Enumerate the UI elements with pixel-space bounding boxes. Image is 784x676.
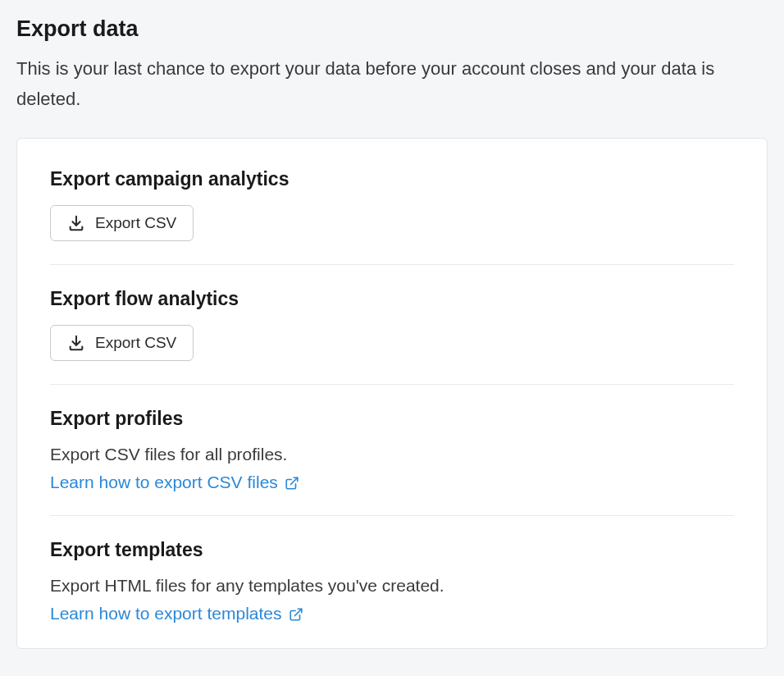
section-campaign-analytics: Export campaign analytics Export CSV bbox=[50, 168, 734, 265]
svg-line-0 bbox=[290, 477, 297, 484]
export-campaign-csv-button[interactable]: Export CSV bbox=[50, 205, 194, 241]
section-desc-templates: Export HTML files for any templates you'… bbox=[50, 576, 734, 596]
export-button-label: Export CSV bbox=[95, 214, 176, 232]
export-flow-csv-button[interactable]: Export CSV bbox=[50, 325, 194, 361]
external-link-icon bbox=[289, 606, 303, 621]
section-profiles: Export profiles Export CSV files for all… bbox=[50, 408, 734, 516]
section-flow-analytics: Export flow analytics Export CSV bbox=[50, 288, 734, 385]
section-title-campaign: Export campaign analytics bbox=[50, 168, 734, 190]
section-templates: Export templates Export HTML files for a… bbox=[50, 539, 734, 623]
download-icon bbox=[67, 334, 85, 352]
link-label: Learn how to export templates bbox=[50, 604, 282, 623]
external-link-icon bbox=[285, 475, 299, 490]
svg-line-1 bbox=[294, 609, 301, 615]
export-card: Export campaign analytics Export CSV Exp… bbox=[16, 138, 768, 649]
page-title: Export data bbox=[16, 16, 768, 42]
section-title-templates: Export templates bbox=[50, 539, 734, 561]
export-button-label: Export CSV bbox=[95, 334, 176, 352]
page-subtitle: This is your last chance to export your … bbox=[16, 53, 746, 115]
link-label: Learn how to export CSV files bbox=[50, 473, 278, 492]
section-title-flow: Export flow analytics bbox=[50, 288, 734, 310]
section-title-profiles: Export profiles bbox=[50, 408, 734, 430]
learn-export-csv-link[interactable]: Learn how to export CSV files bbox=[50, 473, 299, 492]
learn-export-templates-link[interactable]: Learn how to export templates bbox=[50, 604, 303, 623]
section-desc-profiles: Export CSV files for all profiles. bbox=[50, 445, 734, 464]
download-icon bbox=[67, 214, 85, 232]
